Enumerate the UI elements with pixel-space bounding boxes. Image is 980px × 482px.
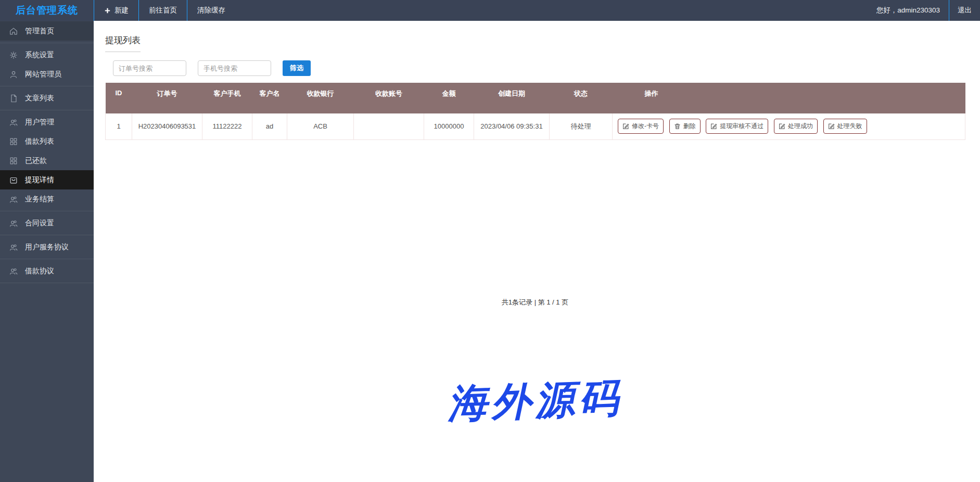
action-edit-card-button[interactable]: 修改-卡号 — [618, 119, 664, 134]
header-status: 状态 — [550, 83, 613, 113]
users-icon — [9, 267, 18, 276]
cell-id: 1 — [106, 113, 132, 139]
sidebar-item-label: 用户服务协议 — [25, 243, 69, 252]
action-process-fail-button[interactable]: 处理失败 — [823, 119, 867, 134]
header-created: 创建日期 — [474, 83, 550, 113]
sidebar-item-withdraw-details[interactable]: 提现详情 — [0, 170, 94, 189]
cell-amount: 10000000 — [424, 113, 474, 139]
sidebar-item-article-list[interactable]: 文章列表 — [0, 88, 94, 108]
sidebar-divider — [0, 259, 94, 259]
users-icon — [9, 195, 18, 204]
search-toolbar: 筛选 — [113, 60, 969, 76]
order-search-input[interactable] — [113, 60, 186, 76]
filter-button[interactable]: 筛选 — [283, 60, 311, 76]
action-label: 处理成功 — [788, 122, 813, 131]
sidebar-item-label: 借款列表 — [25, 137, 54, 146]
users-icon — [9, 118, 18, 127]
sidebar-item-label: 借款协议 — [25, 267, 54, 276]
bag-icon — [9, 175, 18, 185]
sidebar-item-user-management[interactable]: 用户管理 — [0, 112, 94, 132]
withdraw-table: ID 订单号 客户手机 客户名 收款银行 收款账号 金额 创建日期 状态 操作 … — [105, 83, 965, 140]
action-audit-reject-button[interactable]: 提现审核不通过 — [706, 119, 768, 134]
sidebar-item-label: 网站管理员 — [25, 70, 61, 79]
cell-actions: 修改-卡号 删除 — [613, 113, 965, 139]
sidebar-item-label: 业务结算 — [25, 195, 54, 204]
sidebar-divider — [0, 43, 94, 43]
file-icon — [9, 94, 18, 103]
header-order-no: 订单号 — [132, 83, 202, 113]
sidebar-item-repaid[interactable]: 已还款 — [0, 151, 94, 170]
sidebar-item-label: 用户管理 — [25, 118, 54, 127]
gear-icon — [9, 50, 18, 60]
sidebar-divider — [0, 211, 94, 211]
clear-cache-label: 清除缓存 — [197, 6, 225, 15]
sidebar-item-label: 系统设置 — [25, 50, 54, 60]
cell-created: 2023/04/06 09:35:31 — [474, 113, 550, 139]
action-label: 删除 — [683, 122, 696, 131]
header-actions: 操作 — [613, 83, 965, 113]
action-label: 修改-卡号 — [632, 122, 659, 131]
table-row: 1 H20230406093531 11122222 ad ACB 100000… — [106, 113, 965, 139]
header-account: 收款账号 — [354, 83, 424, 113]
action-label: 提现审核不通过 — [720, 122, 763, 131]
cell-name: ad — [252, 113, 287, 139]
sidebar-item-business-settlement[interactable]: 业务结算 — [0, 189, 94, 209]
sidebar-divider — [0, 110, 94, 110]
cell-bank: ACB — [287, 113, 354, 139]
user-greeting: 您好，admin230303 — [868, 0, 949, 21]
home-icon — [9, 27, 18, 36]
new-button-label: 新建 — [114, 6, 129, 15]
sidebar-divider — [0, 283, 94, 283]
pagination-info: 共1条记录 | 第 1 / 1 页 — [105, 298, 965, 307]
clear-cache-button[interactable]: 清除缓存 — [187, 0, 235, 21]
logout-button[interactable]: 退出 — [949, 0, 980, 21]
sidebar-item-site-admin[interactable]: 网站管理员 — [0, 65, 94, 84]
edit-icon — [622, 123, 629, 130]
main-content: 提现列表 筛选 ID 订单号 客户手机 客户名 收款银行 — [94, 21, 980, 482]
sidebar-item-system-settings[interactable]: 系统设置 — [0, 45, 94, 65]
header-amount: 金额 — [424, 83, 474, 113]
topbar: 后台管理系统 新建 前往首页 清除缓存 您好，admin230303 退出 — [0, 0, 980, 21]
header-name: 客户名 — [252, 83, 287, 113]
trash-icon — [674, 123, 681, 130]
sidebar-item-contract-settings[interactable]: 合同设置 — [0, 213, 94, 233]
watermark-text: 海外源码 — [105, 360, 966, 443]
sidebar-item-loan-list[interactable]: 借款列表 — [0, 132, 94, 151]
action-process-success-button[interactable]: 处理成功 — [774, 119, 818, 134]
sidebar-item-label: 管理首页 — [25, 27, 54, 36]
sidebar-item-user-service-agreement[interactable]: 用户服务协议 — [0, 237, 94, 257]
sidebar-divider — [0, 235, 94, 235]
grid-icon — [9, 137, 18, 146]
go-frontend-label: 前往首页 — [149, 6, 177, 15]
sidebar-item-home[interactable]: 管理首页 — [0, 21, 94, 41]
phone-search-input[interactable] — [198, 60, 271, 76]
sidebar-item-label: 提现详情 — [25, 175, 54, 185]
app-brand: 后台管理系统 — [0, 0, 94, 21]
users-icon — [9, 219, 18, 228]
action-label: 处理失败 — [837, 122, 862, 131]
topbar-spacer — [235, 0, 868, 21]
action-delete-button[interactable]: 删除 — [669, 119, 701, 134]
page-title: 提现列表 — [105, 34, 141, 52]
cell-status: 待处理 — [550, 113, 613, 139]
new-button[interactable]: 新建 — [94, 0, 138, 21]
header-id: ID — [106, 83, 132, 113]
edit-icon — [779, 123, 785, 130]
sidebar-item-label: 文章列表 — [25, 94, 54, 103]
header-phone: 客户手机 — [202, 83, 252, 113]
sidebar-item-loan-agreement[interactable]: 借款协议 — [0, 261, 94, 281]
table-header-row: ID 订单号 客户手机 客户名 收款银行 收款账号 金额 创建日期 状态 操作 — [106, 83, 965, 113]
users-icon — [9, 243, 18, 252]
header-bank: 收款银行 — [287, 83, 354, 113]
user-icon — [9, 70, 18, 79]
go-frontend-button[interactable]: 前往首页 — [138, 0, 187, 21]
sidebar-divider — [0, 86, 94, 86]
cell-phone: 11122222 — [202, 113, 252, 139]
plus-icon — [104, 7, 111, 14]
cell-account — [354, 113, 424, 139]
sidebar-item-label: 已还款 — [25, 156, 47, 166]
edit-icon — [828, 123, 835, 130]
edit-icon — [710, 123, 717, 130]
sidebar: 管理首页 系统设置 网站管理员 文章列表 — [0, 21, 94, 482]
grid-icon — [9, 156, 18, 166]
